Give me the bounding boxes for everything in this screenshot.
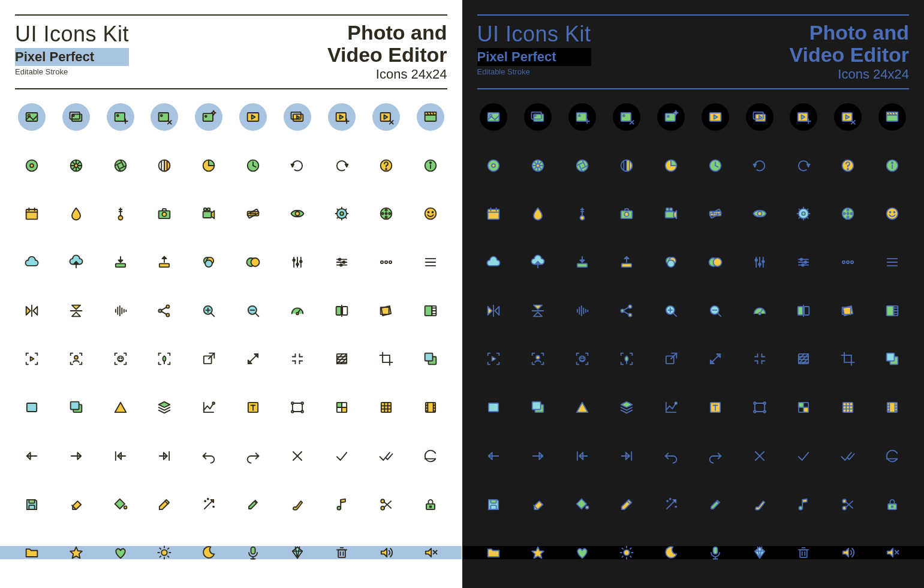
image-sparkle-icon — [654, 105, 688, 129]
svg-marker-547 — [534, 501, 543, 509]
svg-point-76 — [296, 212, 300, 216]
header: UI Icons Kit Pixel Perfect Editable Stro… — [15, 22, 447, 82]
rotate-ccw-icon — [281, 154, 314, 178]
icon-size-label: Icons 24x24 — [789, 67, 909, 82]
blend-icon — [236, 250, 270, 274]
svg-rect-493 — [887, 353, 895, 361]
zoom-in-icon — [654, 299, 688, 323]
microphone-icon — [699, 541, 732, 565]
svg-marker-498 — [621, 402, 633, 407]
layers-icon — [610, 395, 643, 419]
svg-point-359 — [580, 216, 585, 220]
svg-point-461 — [536, 356, 540, 359]
text-box-icon — [699, 395, 732, 419]
clock-icon — [236, 154, 270, 178]
svg-point-405 — [713, 258, 721, 266]
svg-rect-9 — [159, 113, 168, 121]
upload-tray-icon — [148, 250, 182, 274]
icon-size-label: Icons 24x24 — [327, 67, 447, 82]
svg-rect-310 — [665, 113, 675, 121]
arrow-end-icon — [610, 444, 643, 468]
svg-marker-131 — [72, 305, 80, 309]
svg-point-550 — [586, 506, 589, 509]
svg-line-86 — [337, 217, 338, 218]
svg-point-337 — [577, 160, 588, 171]
film-strip-icon — [414, 395, 447, 419]
svg-line-439 — [624, 307, 628, 310]
svg-point-371 — [717, 214, 717, 214]
svg-rect-545 — [491, 499, 496, 503]
svg-rect-395 — [577, 263, 587, 267]
svg-rect-67 — [203, 212, 212, 218]
image-stack-icon — [59, 105, 93, 129]
microphone-icon — [236, 541, 270, 565]
svg-point-78 — [340, 212, 344, 215]
brush-icon — [743, 493, 776, 517]
calendar-icon — [15, 202, 49, 226]
eraser-icon — [521, 493, 555, 517]
trash-icon — [325, 541, 359, 565]
svg-rect-221 — [381, 403, 391, 412]
video-remove-icon — [369, 105, 403, 129]
image-sparkle-icon — [192, 105, 225, 129]
grid-3-icon — [831, 395, 865, 419]
line-chart-icon — [192, 395, 225, 419]
macro-focus-icon — [148, 347, 182, 371]
video-add-icon — [325, 105, 359, 129]
record-dot-icon — [15, 154, 49, 178]
pixel-perfect-label: Pixel Perfect — [477, 48, 591, 66]
line-chart-icon — [654, 395, 688, 419]
svg-marker-347 — [753, 164, 756, 167]
image-remove-icon — [148, 105, 182, 129]
color-channels-icon — [654, 250, 688, 274]
upload-tray-icon — [610, 250, 643, 274]
svg-point-6 — [117, 115, 119, 116]
rectangle-icon — [15, 395, 49, 419]
svg-line-277 — [160, 548, 161, 550]
expand-diag-icon — [699, 347, 732, 371]
eraser-icon — [59, 493, 93, 517]
film-reel-icon — [831, 202, 865, 226]
svg-line-440 — [624, 311, 628, 314]
svg-point-91 — [389, 213, 390, 215]
portrait-focus-icon — [59, 347, 93, 371]
svg-point-122 — [385, 261, 387, 263]
video-camera-icon — [654, 202, 688, 226]
music-note-icon — [787, 493, 820, 517]
divider — [15, 14, 447, 16]
svg-rect-13 — [203, 113, 213, 121]
svg-marker-200 — [115, 403, 126, 412]
svg-rect-199 — [70, 402, 79, 410]
svg-point-89 — [385, 217, 387, 218]
color-channels-icon — [192, 250, 225, 274]
svg-marker-590 — [843, 548, 848, 557]
arrow-start-icon — [104, 444, 137, 468]
triangle-icon — [104, 395, 137, 419]
face-focus-icon — [104, 347, 137, 371]
svg-point-367 — [669, 208, 672, 211]
svg-marker-129 — [33, 307, 37, 315]
text-box-icon — [236, 395, 270, 419]
svg-rect-578 — [713, 547, 717, 554]
svg-marker-252 — [115, 499, 124, 508]
svg-marker-271 — [70, 547, 82, 559]
svg-point-303 — [579, 115, 580, 116]
svg-point-464 — [583, 358, 583, 359]
svg-line-278 — [168, 556, 169, 557]
download-tray-icon — [565, 250, 599, 274]
sun-icon — [610, 541, 643, 565]
magic-wand-icon — [192, 493, 225, 517]
arrow-end-icon — [148, 444, 182, 468]
svg-line-383 — [799, 217, 800, 218]
svg-rect-5 — [115, 113, 124, 121]
video-icon — [236, 105, 270, 129]
svg-rect-354 — [488, 209, 499, 219]
svg-point-387 — [844, 213, 845, 215]
svg-point-307 — [623, 115, 625, 116]
svg-point-70 — [207, 208, 210, 211]
video-remove-icon — [831, 105, 865, 129]
vector-path-icon — [743, 395, 776, 419]
svg-point-123 — [389, 261, 392, 263]
menu-icon — [414, 250, 447, 274]
layer-top-icon — [414, 347, 447, 371]
